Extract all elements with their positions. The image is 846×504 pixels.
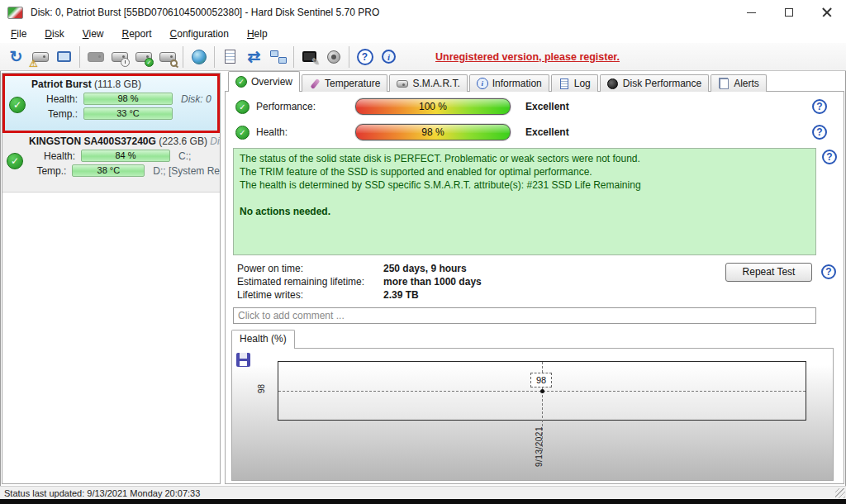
tab-label: Alerts — [734, 78, 759, 89]
warning-icon: ⚠ — [29, 59, 38, 69]
tab-log[interactable]: Log — [551, 74, 598, 92]
tab-label: Information — [492, 78, 542, 89]
network-disk-button[interactable] — [187, 45, 211, 69]
drive-letters: D:; [System Re — [153, 165, 220, 177]
tab-label: Disk Performance — [623, 78, 701, 89]
disk-test-ok-button[interactable]: ✓ — [131, 45, 155, 69]
help-icon[interactable]: ? — [812, 99, 827, 114]
tab-smart[interactable]: S.M.A.R.T. — [389, 74, 467, 92]
tab-label: Temperature — [325, 78, 380, 89]
register-link[interactable]: Unregistered version, please register. — [435, 51, 620, 63]
comment-input[interactable] — [233, 307, 816, 324]
resize-grip[interactable] — [835, 488, 845, 498]
stat-value: 2.39 TB — [383, 289, 419, 301]
menu-item-configuration[interactable]: Configuration — [161, 26, 238, 42]
app-icon — [7, 7, 23, 19]
disk-title: Patriot Burst (111.8 GB) — [31, 78, 217, 90]
menu-item-help[interactable]: Help — [238, 26, 277, 42]
overview-panel: ✓ Performance: 100 % Excellent ? ✓ Healt… — [225, 91, 844, 484]
settings-button[interactable]: ✎ — [297, 45, 321, 69]
tab-label: Overview — [251, 76, 292, 88]
disk-warning-button[interactable]: ⚠ — [28, 45, 52, 69]
minimize-button[interactable] — [732, 0, 770, 25]
stat-label: Estimated remaining lifetime: — [237, 276, 383, 288]
close-icon — [822, 7, 832, 17]
disk-status-textbox: The status of the solid state disk is PE… — [233, 148, 816, 255]
disk-list-sidebar: ✓ Patriot Burst (111.8 GB) Health: 98 % … — [2, 73, 221, 484]
document-icon — [225, 50, 235, 64]
tab-disk-performance[interactable]: Disk Performance — [600, 74, 709, 92]
temp-row: Temp.: 38 °C D:; [System Re — [29, 164, 220, 177]
clock-icon — [121, 58, 130, 67]
overview-check-icon: ✓ — [235, 76, 247, 88]
alerts-pages-icon — [718, 78, 730, 89]
network-icon — [270, 50, 287, 64]
check-icon: ✓ — [145, 58, 154, 67]
menu-item-file[interactable]: File — [2, 26, 36, 42]
toolbar: ↻ ⚠ ✓ ⇄ ✎ ? i Unregistered version, plea… — [0, 43, 846, 71]
menu-item-disk[interactable]: Disk — [36, 26, 73, 42]
disk-name: KINGSTON SA400S37240G — [29, 136, 156, 147]
tab-overview[interactable]: ✓ Overview — [228, 71, 300, 92]
help-button[interactable]: ? — [353, 45, 377, 69]
maximize-icon — [785, 8, 793, 17]
help-icon[interactable]: ? — [812, 125, 827, 140]
status-line: The health is determined by SSD specific… — [240, 178, 810, 192]
performance-gauge-icon — [607, 78, 619, 89]
disk-analyse-button[interactable] — [155, 45, 179, 69]
health-chart-tab[interactable]: Health (%) — [231, 330, 295, 349]
refresh-button[interactable]: ↻ — [4, 45, 28, 69]
sync-arrows-icon: ⇄ — [248, 49, 261, 64]
data-point-label: 98 — [530, 373, 552, 388]
stat-row: Lifetime writes: 2.39 TB — [237, 288, 482, 302]
disk-silhouette-icon — [88, 52, 104, 62]
help-icon[interactable]: ? — [822, 150, 837, 164]
minimize-icon — [747, 12, 756, 13]
repeat-test-button[interactable]: Repeat Test — [725, 263, 812, 282]
data-point — [540, 389, 544, 393]
y-axis-tick: 98 — [257, 384, 266, 393]
info-icon: i — [382, 50, 396, 64]
sync-button[interactable]: ⇄ — [242, 45, 266, 69]
tab-temperature[interactable]: Temperature — [302, 74, 387, 92]
disk-panel-kingston[interactable]: ✓ KINGSTON SA400S37240G (223.6 GB) Disk:… — [2, 133, 220, 193]
report-button[interactable] — [218, 45, 242, 69]
sound-button[interactable] — [321, 45, 345, 69]
drive-letters: C:; — [178, 150, 191, 162]
magnifier-icon — [170, 59, 178, 67]
health-label: Health: — [31, 93, 78, 105]
status-line: The status of the solid state disk is PE… — [240, 152, 810, 165]
menu-item-view[interactable]: View — [74, 26, 113, 42]
disk-schedule-button[interactable] — [107, 45, 131, 69]
health-gauge-bar: 98 % — [355, 124, 511, 140]
tab-strip: ✓ Overview Temperature S.M.A.R.T. i Info… — [228, 72, 768, 92]
health-history-chart: 98 98 9/13/2021 — [231, 348, 834, 481]
thermometer-icon — [309, 78, 321, 89]
help-icon[interactable]: ? — [821, 264, 836, 279]
disk-name: Patriot Burst — [31, 78, 92, 90]
health-row: Health: 84 % C:; — [29, 150, 220, 162]
health-bar: 98 % — [83, 93, 173, 105]
tab-alerts[interactable]: Alerts — [711, 74, 767, 92]
tab-information[interactable]: i Information — [469, 74, 549, 92]
disk-size: (223.6 GB) — [159, 136, 207, 147]
temp-bar: 38 °C — [72, 164, 145, 177]
monitor-icon — [57, 51, 71, 62]
disk-number: Disk: 0 — [181, 93, 212, 105]
close-button[interactable] — [808, 0, 846, 25]
bottom-edge — [0, 499, 846, 504]
disk-ok-icon: ✓ — [9, 97, 26, 113]
maximize-button[interactable] — [770, 0, 808, 25]
disk-size: (111.8 GB) — [94, 78, 141, 90]
network-computers-button[interactable] — [266, 45, 290, 69]
performance-rating: Excellent — [525, 101, 569, 112]
menu-item-report[interactable]: Report — [113, 26, 161, 42]
status-text: Status last updated: 9/13/2021 Monday 20… — [4, 488, 200, 498]
disk-panel-patriot-burst[interactable]: ✓ Patriot Burst (111.8 GB) Health: 98 % … — [2, 74, 220, 133]
about-button[interactable]: i — [377, 45, 401, 69]
save-chart-icon[interactable] — [236, 353, 250, 367]
stat-label: Lifetime writes: — [237, 289, 383, 301]
disk-disabled-button[interactable] — [83, 45, 107, 69]
log-document-icon — [558, 78, 570, 89]
disk-monitor-button[interactable] — [52, 45, 76, 69]
